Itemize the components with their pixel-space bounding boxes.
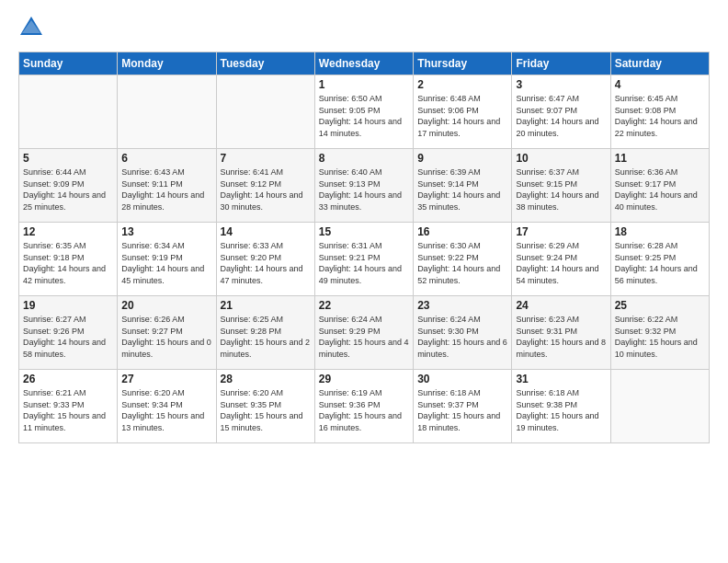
week-row-1: 5Sunrise: 6:44 AM Sunset: 9:09 PM Daylig… <box>19 149 710 223</box>
col-header-monday: Monday <box>118 52 216 75</box>
calendar-cell: 12Sunrise: 6:35 AM Sunset: 9:18 PM Dayli… <box>19 223 118 296</box>
day-number: 12 <box>23 225 113 238</box>
day-info: Sunrise: 6:44 AM Sunset: 9:09 PM Dayligh… <box>23 167 113 213</box>
calendar-cell <box>19 75 118 149</box>
calendar-cell: 7Sunrise: 6:41 AM Sunset: 9:12 PM Daylig… <box>216 149 314 223</box>
calendar-cell: 27Sunrise: 6:20 AM Sunset: 9:34 PM Dayli… <box>118 370 216 443</box>
day-number: 14 <box>221 225 311 238</box>
day-number: 17 <box>516 225 606 238</box>
col-header-friday: Friday <box>512 52 610 75</box>
day-number: 29 <box>319 373 409 385</box>
day-info: Sunrise: 6:30 AM Sunset: 9:22 PM Dayligh… <box>417 240 507 286</box>
calendar-cell: 15Sunrise: 6:31 AM Sunset: 9:21 PM Dayli… <box>314 223 413 296</box>
logo <box>18 15 48 40</box>
day-info: Sunrise: 6:35 AM Sunset: 9:18 PM Dayligh… <box>23 240 113 286</box>
day-number: 20 <box>121 299 211 312</box>
day-info: Sunrise: 6:20 AM Sunset: 9:34 PM Dayligh… <box>121 387 211 433</box>
day-info: Sunrise: 6:25 AM Sunset: 9:28 PM Dayligh… <box>221 314 311 360</box>
calendar-cell: 25Sunrise: 6:22 AM Sunset: 9:32 PM Dayli… <box>610 296 709 370</box>
calendar-cell: 14Sunrise: 6:33 AM Sunset: 9:20 PM Dayli… <box>216 223 314 296</box>
day-number: 4 <box>615 78 705 91</box>
day-info: Sunrise: 6:19 AM Sunset: 9:36 PM Dayligh… <box>319 387 409 433</box>
day-info: Sunrise: 6:31 AM Sunset: 9:21 PM Dayligh… <box>319 240 409 286</box>
day-number: 26 <box>23 373 113 385</box>
day-info: Sunrise: 6:28 AM Sunset: 9:25 PM Dayligh… <box>615 240 705 286</box>
calendar-cell <box>216 75 314 149</box>
week-row-2: 12Sunrise: 6:35 AM Sunset: 9:18 PM Dayli… <box>19 223 710 296</box>
calendar-cell: 5Sunrise: 6:44 AM Sunset: 9:09 PM Daylig… <box>19 149 118 223</box>
day-info: Sunrise: 6:33 AM Sunset: 9:20 PM Dayligh… <box>221 240 311 286</box>
day-number: 7 <box>221 152 311 165</box>
day-number: 16 <box>417 225 507 238</box>
day-info: Sunrise: 6:20 AM Sunset: 9:35 PM Dayligh… <box>221 387 311 433</box>
day-info: Sunrise: 6:40 AM Sunset: 9:13 PM Dayligh… <box>319 167 409 213</box>
calendar-cell: 16Sunrise: 6:30 AM Sunset: 9:22 PM Dayli… <box>414 223 512 296</box>
day-info: Sunrise: 6:22 AM Sunset: 9:32 PM Dayligh… <box>615 314 705 360</box>
day-number: 19 <box>23 299 113 312</box>
calendar-cell: 22Sunrise: 6:24 AM Sunset: 9:29 PM Dayli… <box>314 296 413 370</box>
calendar-cell: 24Sunrise: 6:23 AM Sunset: 9:31 PM Dayli… <box>512 296 610 370</box>
calendar-cell: 31Sunrise: 6:18 AM Sunset: 9:38 PM Dayli… <box>512 370 610 443</box>
day-info: Sunrise: 6:34 AM Sunset: 9:19 PM Dayligh… <box>121 240 211 286</box>
day-info: Sunrise: 6:43 AM Sunset: 9:11 PM Dayligh… <box>121 167 211 213</box>
day-number: 28 <box>221 373 311 385</box>
calendar-cell: 21Sunrise: 6:25 AM Sunset: 9:28 PM Dayli… <box>216 296 314 370</box>
day-number: 21 <box>221 299 311 312</box>
day-info: Sunrise: 6:41 AM Sunset: 9:12 PM Dayligh… <box>221 167 311 213</box>
day-info: Sunrise: 6:26 AM Sunset: 9:27 PM Dayligh… <box>121 314 211 360</box>
col-header-sunday: Sunday <box>19 52 118 75</box>
col-header-wednesday: Wednesday <box>314 52 413 75</box>
day-number: 18 <box>615 225 705 238</box>
day-info: Sunrise: 6:29 AM Sunset: 9:24 PM Dayligh… <box>516 240 606 286</box>
day-number: 13 <box>121 225 211 238</box>
calendar-cell <box>118 75 216 149</box>
day-number: 24 <box>516 299 606 312</box>
calendar-cell: 4Sunrise: 6:45 AM Sunset: 9:08 PM Daylig… <box>610 75 709 149</box>
day-info: Sunrise: 6:23 AM Sunset: 9:31 PM Dayligh… <box>516 314 606 360</box>
day-number: 8 <box>319 152 409 165</box>
logo-icon <box>18 15 44 40</box>
day-number: 2 <box>417 78 507 91</box>
calendar-cell: 3Sunrise: 6:47 AM Sunset: 9:07 PM Daylig… <box>512 75 610 149</box>
calendar-cell <box>610 370 709 443</box>
day-number: 1 <box>319 78 409 91</box>
day-info: Sunrise: 6:37 AM Sunset: 9:15 PM Dayligh… <box>516 167 606 213</box>
day-info: Sunrise: 6:24 AM Sunset: 9:29 PM Dayligh… <box>319 314 409 360</box>
day-number: 3 <box>516 78 606 91</box>
day-number: 10 <box>516 152 606 165</box>
week-row-0: 1Sunrise: 6:50 AM Sunset: 9:05 PM Daylig… <box>19 75 710 149</box>
col-header-tuesday: Tuesday <box>216 52 314 75</box>
day-number: 23 <box>417 299 507 312</box>
calendar-cell: 17Sunrise: 6:29 AM Sunset: 9:24 PM Dayli… <box>512 223 610 296</box>
calendar-cell: 26Sunrise: 6:21 AM Sunset: 9:33 PM Dayli… <box>19 370 118 443</box>
calendar-cell: 2Sunrise: 6:48 AM Sunset: 9:06 PM Daylig… <box>414 75 512 149</box>
day-number: 25 <box>615 299 705 312</box>
calendar-cell: 8Sunrise: 6:40 AM Sunset: 9:13 PM Daylig… <box>314 149 413 223</box>
calendar-cell: 11Sunrise: 6:36 AM Sunset: 9:17 PM Dayli… <box>610 149 709 223</box>
page: SundayMondayTuesdayWednesdayThursdayFrid… <box>0 0 728 563</box>
calendar-cell: 6Sunrise: 6:43 AM Sunset: 9:11 PM Daylig… <box>118 149 216 223</box>
day-number: 27 <box>121 373 211 385</box>
col-header-saturday: Saturday <box>610 52 709 75</box>
calendar-cell: 23Sunrise: 6:24 AM Sunset: 9:30 PM Dayli… <box>414 296 512 370</box>
calendar-cell: 29Sunrise: 6:19 AM Sunset: 9:36 PM Dayli… <box>314 370 413 443</box>
day-info: Sunrise: 6:21 AM Sunset: 9:33 PM Dayligh… <box>23 387 113 433</box>
calendar-cell: 19Sunrise: 6:27 AM Sunset: 9:26 PM Dayli… <box>19 296 118 370</box>
day-info: Sunrise: 6:18 AM Sunset: 9:38 PM Dayligh… <box>516 387 606 433</box>
calendar-cell: 18Sunrise: 6:28 AM Sunset: 9:25 PM Dayli… <box>610 223 709 296</box>
day-number: 15 <box>319 225 409 238</box>
calendar-cell: 20Sunrise: 6:26 AM Sunset: 9:27 PM Dayli… <box>118 296 216 370</box>
day-info: Sunrise: 6:36 AM Sunset: 9:17 PM Dayligh… <box>615 167 705 213</box>
day-info: Sunrise: 6:50 AM Sunset: 9:05 PM Dayligh… <box>319 93 409 139</box>
day-number: 30 <box>417 373 507 385</box>
svg-marker-1 <box>22 20 40 33</box>
day-info: Sunrise: 6:27 AM Sunset: 9:26 PM Dayligh… <box>23 314 113 360</box>
calendar-cell: 10Sunrise: 6:37 AM Sunset: 9:15 PM Dayli… <box>512 149 610 223</box>
calendar-cell: 30Sunrise: 6:18 AM Sunset: 9:37 PM Dayli… <box>414 370 512 443</box>
day-number: 11 <box>615 152 705 165</box>
week-row-3: 19Sunrise: 6:27 AM Sunset: 9:26 PM Dayli… <box>19 296 710 370</box>
header <box>18 15 710 40</box>
calendar-cell: 1Sunrise: 6:50 AM Sunset: 9:05 PM Daylig… <box>314 75 413 149</box>
header-row: SundayMondayTuesdayWednesdayThursdayFrid… <box>19 52 710 75</box>
day-number: 22 <box>319 299 409 312</box>
